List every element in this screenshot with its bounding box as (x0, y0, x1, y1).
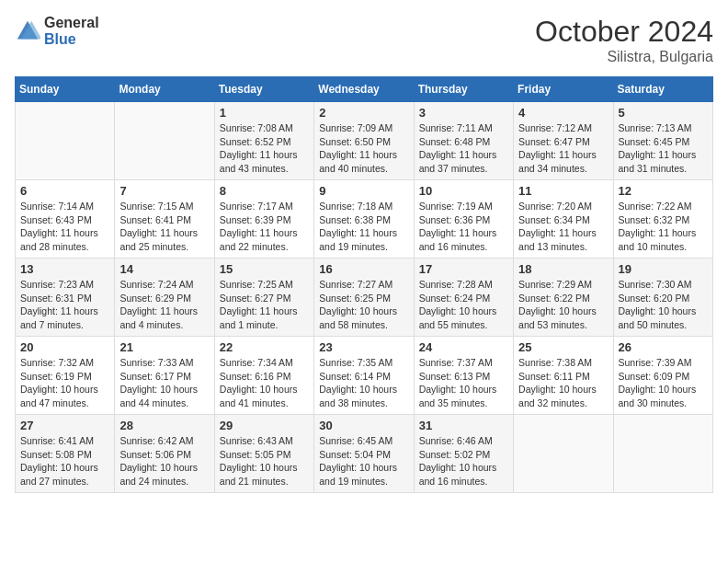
day-info: Daylight: 10 hours and 27 minutes. (20, 461, 109, 488)
weekday-header: Monday (115, 77, 214, 102)
day-info: Sunrise: 7:11 AM (419, 121, 508, 135)
day-info: Sunset: 6:17 PM (119, 370, 209, 384)
day-number: 16 (319, 262, 408, 276)
logo-icon (15, 18, 40, 44)
day-info: Sunset: 6:11 PM (518, 370, 608, 384)
title-area: October 2024 Silistra, Bulgaria (535, 15, 713, 65)
calendar-cell: 15Sunrise: 7:25 AMSunset: 6:27 PMDayligh… (214, 259, 313, 337)
logo: General Blue (15, 15, 99, 47)
day-info: Daylight: 10 hours and 32 minutes. (518, 383, 608, 409)
calendar-cell (613, 415, 712, 493)
weekday-header: Saturday (613, 77, 712, 102)
day-info: Daylight: 11 hours and 19 minutes. (319, 226, 408, 253)
day-info: Sunset: 5:05 PM (220, 448, 309, 462)
day-info: Sunset: 6:52 PM (220, 135, 309, 149)
day-number: 22 (220, 340, 309, 354)
day-info: Daylight: 11 hours and 28 minutes. (20, 226, 109, 253)
day-info: Sunrise: 7:30 AM (619, 278, 708, 292)
calendar-cell (16, 102, 115, 180)
calendar-cell: 22Sunrise: 7:34 AMSunset: 6:16 PMDayligh… (214, 337, 313, 415)
logo-general: General (44, 15, 99, 31)
calendar-cell: 23Sunrise: 7:35 AMSunset: 6:14 PMDayligh… (314, 337, 414, 415)
day-info: Sunrise: 7:24 AM (119, 278, 209, 292)
day-info: Sunset: 6:24 PM (419, 292, 508, 305)
day-info: Daylight: 10 hours and 21 minutes. (220, 461, 309, 488)
day-number: 8 (220, 184, 309, 198)
weekday-header: Tuesday (214, 77, 313, 102)
day-number: 24 (419, 340, 508, 354)
calendar-cell: 17Sunrise: 7:28 AMSunset: 6:24 PMDayligh… (414, 259, 513, 337)
day-info: Sunrise: 7:18 AM (319, 200, 408, 213)
calendar-cell: 1Sunrise: 7:08 AMSunset: 6:52 PMDaylight… (214, 102, 313, 180)
weekday-header-row: SundayMondayTuesdayWednesdayThursdayFrid… (16, 77, 713, 102)
month-year: October 2024 (535, 15, 713, 49)
day-number: 19 (619, 262, 708, 276)
calendar-cell: 2Sunrise: 7:09 AMSunset: 6:50 PMDaylight… (314, 102, 414, 180)
day-number: 18 (518, 262, 608, 276)
calendar-cell: 11Sunrise: 7:20 AMSunset: 6:34 PMDayligh… (514, 180, 613, 259)
day-info: Sunrise: 7:09 AM (319, 121, 408, 135)
day-number: 10 (419, 184, 508, 198)
day-number: 6 (20, 184, 109, 198)
calendar-cell: 12Sunrise: 7:22 AMSunset: 6:32 PMDayligh… (613, 180, 712, 259)
weekday-header: Sunday (16, 77, 115, 102)
day-info: Daylight: 11 hours and 10 minutes. (619, 226, 708, 253)
calendar-cell: 16Sunrise: 7:27 AMSunset: 6:25 PMDayligh… (314, 259, 414, 337)
day-info: Sunrise: 7:13 AM (619, 121, 708, 135)
calendar-cell: 10Sunrise: 7:19 AMSunset: 6:36 PMDayligh… (414, 180, 513, 259)
day-number: 5 (619, 106, 708, 120)
calendar-cell: 30Sunrise: 6:45 AMSunset: 5:04 PMDayligh… (314, 415, 414, 493)
day-info: Sunrise: 7:19 AM (419, 200, 508, 213)
calendar-cell: 18Sunrise: 7:29 AMSunset: 6:22 PMDayligh… (514, 259, 613, 337)
day-info: Daylight: 10 hours and 30 minutes. (619, 383, 708, 409)
calendar-week-row: 27Sunrise: 6:41 AMSunset: 5:08 PMDayligh… (16, 415, 713, 493)
calendar-cell (514, 415, 613, 493)
day-info: Daylight: 10 hours and 19 minutes. (319, 461, 408, 488)
day-number: 31 (419, 419, 508, 432)
day-info: Sunrise: 7:25 AM (220, 278, 309, 292)
calendar-cell: 6Sunrise: 7:14 AMSunset: 6:43 PMDaylight… (16, 180, 115, 259)
calendar-cell: 26Sunrise: 7:39 AMSunset: 6:09 PMDayligh… (613, 337, 712, 415)
day-info: Sunrise: 7:38 AM (518, 356, 608, 370)
day-info: Sunset: 6:45 PM (619, 135, 708, 149)
day-info: Sunset: 6:38 PM (319, 213, 408, 227)
day-number: 15 (220, 262, 309, 276)
day-info: Sunrise: 7:20 AM (518, 200, 608, 213)
calendar-table: SundayMondayTuesdayWednesdayThursdayFrid… (15, 76, 713, 493)
day-number: 27 (20, 419, 109, 432)
weekday-header: Thursday (414, 77, 513, 102)
day-info: Sunrise: 7:08 AM (220, 121, 309, 135)
day-info: Daylight: 10 hours and 50 minutes. (619, 304, 708, 331)
day-info: Daylight: 10 hours and 24 minutes. (119, 461, 209, 488)
day-info: Daylight: 11 hours and 16 minutes. (419, 226, 508, 253)
day-info: Sunset: 6:13 PM (419, 370, 508, 384)
day-info: Sunset: 6:31 PM (20, 292, 109, 305)
day-info: Daylight: 10 hours and 35 minutes. (419, 383, 508, 409)
calendar-cell: 27Sunrise: 6:41 AMSunset: 5:08 PMDayligh… (16, 415, 115, 493)
calendar-cell: 19Sunrise: 7:30 AMSunset: 6:20 PMDayligh… (613, 259, 712, 337)
day-number: 25 (518, 340, 608, 354)
day-info: Sunrise: 6:43 AM (220, 434, 309, 448)
day-info: Sunset: 6:47 PM (518, 135, 608, 149)
day-info: Daylight: 11 hours and 1 minute. (220, 304, 309, 331)
day-info: Sunrise: 7:14 AM (20, 200, 109, 213)
day-info: Sunset: 6:34 PM (518, 213, 608, 227)
day-info: Sunset: 6:14 PM (319, 370, 408, 384)
weekday-header: Friday (514, 77, 613, 102)
calendar-cell: 25Sunrise: 7:38 AMSunset: 6:11 PMDayligh… (514, 337, 613, 415)
day-info: Sunrise: 7:37 AM (419, 356, 508, 370)
day-info: Daylight: 11 hours and 22 minutes. (220, 226, 309, 253)
day-number: 21 (119, 340, 209, 354)
calendar-cell: 4Sunrise: 7:12 AMSunset: 6:47 PMDaylight… (514, 102, 613, 180)
day-info: Sunrise: 7:34 AM (220, 356, 309, 370)
page-header: General Blue October 2024 Silistra, Bulg… (15, 15, 713, 65)
day-number: 29 (220, 419, 309, 432)
day-number: 4 (518, 106, 608, 120)
day-info: Sunrise: 6:41 AM (20, 434, 109, 448)
day-info: Daylight: 11 hours and 43 minutes. (220, 148, 309, 175)
day-info: Sunset: 6:09 PM (619, 370, 708, 384)
day-info: Daylight: 10 hours and 44 minutes. (119, 383, 209, 409)
calendar-cell: 5Sunrise: 7:13 AMSunset: 6:45 PMDaylight… (613, 102, 712, 180)
day-info: Daylight: 11 hours and 40 minutes. (319, 148, 408, 175)
day-info: Sunset: 6:16 PM (220, 370, 309, 384)
